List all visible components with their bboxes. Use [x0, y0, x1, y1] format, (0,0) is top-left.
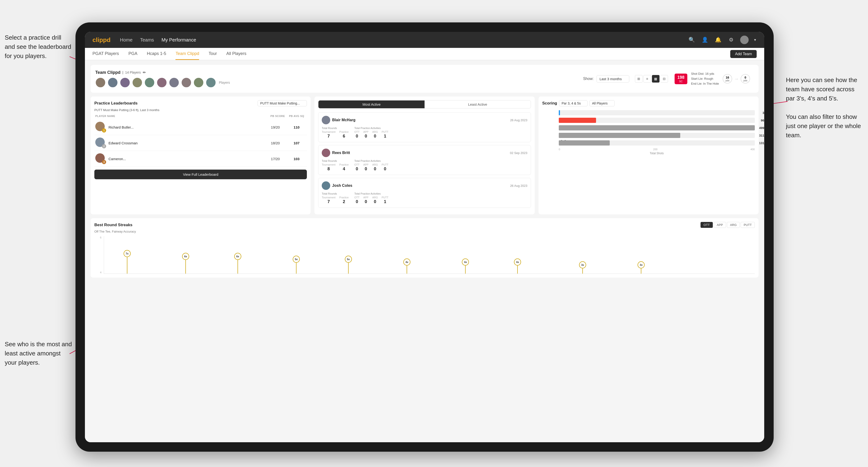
ott-stat: OTT 0 [354, 130, 360, 139]
lb-title: Practice Leaderboards [94, 101, 137, 106]
bell-icon[interactable]: 🔔 [714, 36, 722, 44]
pa-header-rees: Rees Britt 02 Sep 2023 [322, 149, 527, 157]
bogeys-bar-row: Bogeys 311 [559, 133, 755, 138]
player-activity-josh: Josh Coles 26 Aug 2023 Total Rounds Tour… [318, 178, 531, 208]
nav-teams[interactable]: Teams [140, 37, 154, 43]
nav-my-performance[interactable]: My Performance [161, 37, 196, 43]
avatar-8 [181, 77, 191, 88]
tab-least-active[interactable]: Least Active [425, 100, 531, 108]
nav-logo: clippd [92, 36, 111, 44]
table-view-icon[interactable]: ⊟ [660, 75, 668, 83]
dbogeys-bar-row: D. Bogeys + 131 [559, 140, 755, 146]
avatar-5 [144, 77, 155, 88]
settings-icon[interactable]: ⚙ [727, 36, 736, 44]
chart-point-3x-2: 3x [638, 261, 645, 274]
sub-nav-pga[interactable]: PGA [128, 48, 137, 60]
app-stat: APP 0 [363, 130, 368, 139]
streaks-title: Best Round Streaks [94, 223, 132, 227]
lb-subtitle: PUTT Must Make Putting (3-6 ft), Last 3 … [94, 108, 307, 112]
show-select[interactable]: Last 3 months Last 6 months Last year [596, 75, 629, 83]
shot-badge: 198 SC [675, 73, 687, 84]
avatar-chevron: ▼ [753, 38, 757, 42]
user-avatar[interactable] [740, 36, 749, 44]
sub-nav-hcaps[interactable]: Hcaps 1-5 [147, 48, 166, 60]
avatar-4 [132, 77, 143, 88]
nav-home[interactable]: Home [120, 37, 132, 43]
sub-nav-pgat[interactable]: PGAT Players [92, 48, 119, 60]
card-view-icon[interactable]: ▦ [652, 75, 659, 83]
scoring-par-filter[interactable]: Par 3, 4 & 5s Par 3s Par 4s Par 5s [559, 100, 588, 106]
lb-drill-select[interactable]: PUTT Must Make Putting... [257, 100, 307, 106]
show-label: Show: [583, 76, 593, 81]
avatar-9 [193, 77, 204, 88]
team-header-right: Show: Last 3 months Last 6 months Last y… [583, 69, 754, 89]
chart-point-4x-3: 4x [514, 258, 521, 274]
pa-header-blair: Blair McHarg 26 Aug 2023 [322, 116, 527, 124]
avatar-2 [107, 77, 118, 88]
sub-nav-all-players[interactable]: All Players [226, 48, 247, 60]
streaks-filter-buttons: OTT APP ARG PUTT [701, 222, 755, 228]
rank-badge-silver: 2 [102, 144, 106, 148]
eagles-bar-row: Eagles 3 [559, 110, 755, 115]
person-icon[interactable]: 👤 [701, 36, 709, 44]
annotation-bottom-left: See who is the most and least active amo… [5, 340, 73, 367]
chart-point-5x-1: 5x [293, 256, 300, 274]
chart-point-4x-2: 4x [462, 258, 469, 274]
rank-badge-gold: 1 [102, 128, 106, 132]
pa-avatar-rees [322, 149, 330, 157]
sub-nav-team-clippd[interactable]: Team Clippd [176, 48, 199, 60]
total-shots-label: Total Shots [559, 152, 755, 155]
lb-row-2: 2 Edward Crossman 18/20 107 [94, 135, 307, 151]
pa-avatar-blair [322, 116, 330, 124]
search-icon[interactable]: 🔍 [687, 36, 696, 44]
filter-arg[interactable]: ARG [727, 222, 740, 228]
sub-nav-tour[interactable]: Tour [209, 48, 217, 60]
view-icons: ⊞ ≡ ▦ ⊟ [635, 75, 668, 83]
lb-avatar-2: 2 [95, 137, 106, 148]
shot-info-text: Shot Dist: 16 yds Start Lie: Rough End L… [691, 71, 719, 86]
list-view-icon[interactable]: ≡ [644, 75, 651, 83]
avatar-7 [169, 77, 179, 88]
y-axis: 6 4 [94, 236, 101, 274]
nav-links: Home Teams My Performance [120, 37, 687, 43]
edit-icon[interactable]: ✏ [143, 70, 146, 75]
practice-stat: Practice 6 [339, 130, 349, 139]
pa-stats-josh: Total Rounds Tournament 7 Practice 2 [322, 192, 527, 204]
chart-body: 7x 6x 6x [104, 236, 755, 274]
pa-header-josh: Josh Coles 26 Aug 2023 [322, 181, 527, 190]
scoring-card: Scoring Par 3, 4 & 5s Par 3s Par 4s Par … [538, 96, 758, 214]
rank-badge-bronze: 3 [102, 160, 106, 164]
pa-stats-rees: Total Rounds Tournament 8 Practice 4 [322, 159, 527, 172]
three-col-grid: Practice Leaderboards PUTT Must Make Put… [91, 96, 758, 214]
pa-player-josh: Josh Coles [322, 181, 352, 190]
lb-row-1: 1 Richard Butler... 19/20 110 [94, 119, 307, 135]
chart-point-6x-2: 6x [234, 253, 241, 274]
lb-row-3: 3 Cameron... 17/20 103 [94, 151, 307, 167]
tablet-screen: clippd Home Teams My Performance 🔍 👤 🔔 ⚙… [85, 32, 764, 442]
add-team-button[interactable]: Add Team [730, 50, 757, 58]
pa-player-rees: Rees Britt [322, 149, 350, 157]
lb-header: Practice Leaderboards PUTT Must Make Put… [94, 100, 307, 106]
top-nav: clippd Home Teams My Performance 🔍 👤 🔔 ⚙… [85, 32, 764, 48]
avatar-1 [95, 77, 106, 88]
scoring-header: Scoring Par 3, 4 & 5s Par 3s Par 4s Par … [542, 100, 755, 106]
view-full-leaderboard-button[interactable]: View Full Leaderboard [94, 169, 307, 179]
shot-info-card: 198 SC Shot Dist: 16 yds Start Lie: Roug… [671, 69, 754, 89]
filter-ott[interactable]: OTT [701, 222, 713, 228]
practice-leaderboards-card: Practice Leaderboards PUTT Must Make Put… [91, 96, 311, 214]
grid-view-icon[interactable]: ⊞ [635, 75, 643, 83]
filter-putt[interactable]: PUTT [741, 222, 755, 228]
yds-right: 0 yds [741, 74, 750, 84]
streaks-chart: 6 4 7x 6x [94, 236, 755, 274]
pa-avatar-josh [322, 181, 330, 190]
avatar-3 [120, 77, 130, 88]
pars-bar-row: Pars 499 [559, 125, 755, 130]
filter-app[interactable]: APP [714, 222, 726, 228]
arg-stat: ARG 0 [372, 130, 378, 139]
player-activity-blair: Blair McHarg 26 Aug 2023 Total Rounds To… [318, 112, 531, 142]
scoring-player-filter[interactable]: All Players [589, 100, 615, 106]
yds-left: 16 yds [723, 74, 732, 84]
tab-most-active[interactable]: Most Active [318, 100, 425, 108]
main-content: Team Clippd | 14 Players ✏ [85, 60, 764, 442]
streaks-header: Best Round Streaks OTT APP ARG PUTT [94, 222, 755, 228]
